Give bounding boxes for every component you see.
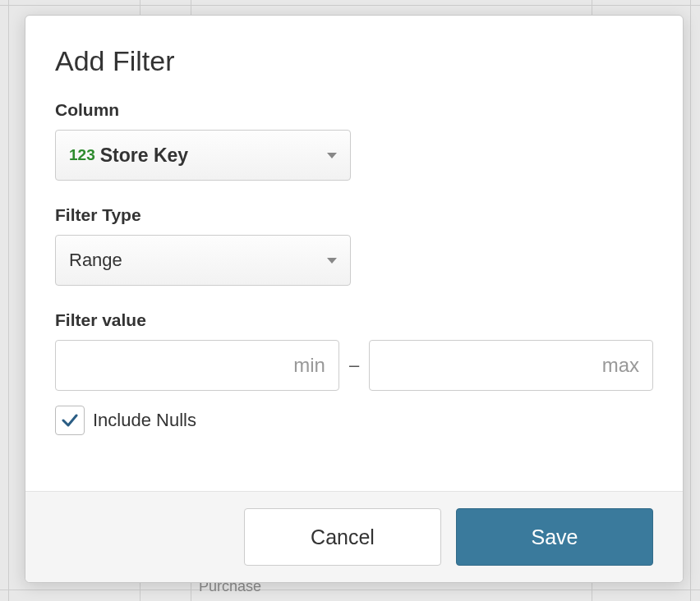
- max-input[interactable]: [369, 340, 653, 391]
- filter-value-label: Filter value: [55, 310, 653, 330]
- save-button[interactable]: Save: [456, 508, 653, 566]
- column-select-value: Store Key: [100, 145, 327, 167]
- add-filter-modal: Add Filter Column 123 Store Key Filter T…: [25, 15, 684, 583]
- numeric-type-icon: 123: [69, 146, 95, 164]
- filter-type-select[interactable]: Range: [55, 235, 351, 286]
- filter-type-field-group: Filter Type Range: [55, 205, 653, 286]
- modal-footer: Cancel Save: [25, 491, 683, 582]
- column-field-group: Column 123 Store Key: [55, 100, 653, 181]
- chevron-down-icon: [327, 258, 337, 264]
- include-nulls-checkbox[interactable]: [55, 406, 85, 435]
- column-select[interactable]: 123 Store Key: [55, 130, 351, 181]
- chevron-down-icon: [327, 153, 337, 158]
- check-icon: [60, 411, 80, 430]
- filter-type-label: Filter Type: [55, 205, 653, 225]
- min-input[interactable]: [55, 340, 339, 391]
- filter-type-select-value: Range: [69, 250, 327, 271]
- include-nulls-row: Include Nulls: [55, 406, 653, 435]
- range-row: –: [55, 340, 653, 391]
- modal-title: Add Filter: [55, 45, 653, 77]
- include-nulls-label: Include Nulls: [93, 410, 196, 431]
- modal-body: Add Filter Column 123 Store Key Filter T…: [25, 16, 683, 491]
- range-separator: –: [349, 355, 359, 376]
- filter-value-field-group: Filter value – Include Nulls: [55, 310, 653, 435]
- column-label: Column: [55, 100, 653, 120]
- cancel-button[interactable]: Cancel: [244, 508, 441, 566]
